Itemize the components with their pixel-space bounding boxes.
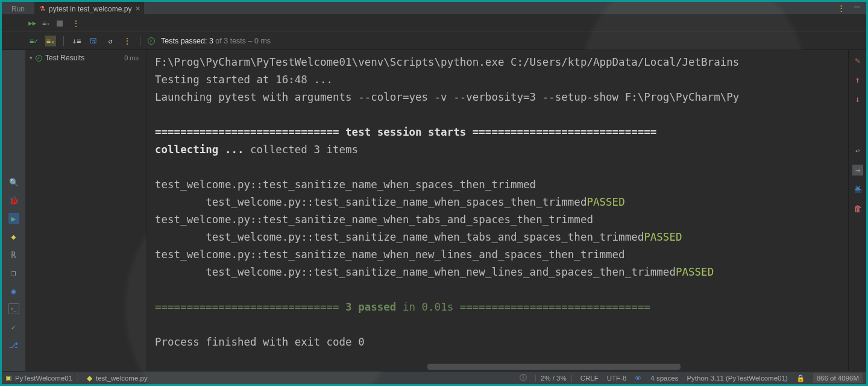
- rerun-button[interactable]: ▶▶: [28, 19, 36, 27]
- tab-strip: Run ⚗ pytest in test_welcome.py ✕ ⋮ —: [2, 2, 866, 15]
- tool-options-button[interactable]: ⋮: [837, 4, 846, 13]
- export-button[interactable]: 🖫: [88, 36, 99, 46]
- indexing-progress[interactable]: 2% / 3%: [535, 375, 572, 382]
- print-button[interactable]: 🖶: [852, 184, 863, 195]
- flask-icon: ⚗: [39, 5, 45, 13]
- passed-icon: ✓: [36, 55, 42, 62]
- file-encoding[interactable]: UTF-8: [607, 375, 627, 382]
- line-separator[interactable]: CRLF: [580, 375, 599, 382]
- python-interpreter[interactable]: Python 3.11 (PyTestWelcome01): [687, 375, 787, 382]
- chevron-right-icon: 〉: [76, 373, 83, 382]
- soft-wrap-button[interactable]: ↩: [852, 145, 863, 156]
- clear-all-button[interactable]: 🗑: [852, 203, 863, 214]
- problems-button[interactable]: ✓: [8, 321, 19, 332]
- tree-root-row[interactable]: ▾ ✓ Test Results 0 ms: [26, 52, 146, 63]
- python-file-icon: ◆: [87, 374, 92, 382]
- collapse-icon[interactable]: ▾: [30, 55, 33, 61]
- stop-button[interactable]: [57, 21, 63, 27]
- terminal-button[interactable]: >_: [8, 303, 19, 314]
- tab-title: pytest in test_welcome.py: [49, 5, 131, 13]
- left-tool-strip: 🔍 🐞 ▶ ◆ ℝ ❐ ◉ >_ ✓ ⎇: [2, 50, 26, 371]
- breadcrumb[interactable]: ▣ PyTestWelcome01 〉 ◆ test_welcome.py: [5, 373, 148, 382]
- breadcrumb-file: test_welcome.py: [96, 375, 148, 382]
- test-filter-toolbar: ≡✓ ≡ₓ ↓≡ 🖫 ↺ ⋮ ✓ Tests passed: 3 of 3 te…: [2, 32, 866, 50]
- rerun-failed-button[interactable]: ≡ₓ: [42, 19, 50, 27]
- test-tree[interactable]: ▾ ✓ Test Results 0 ms: [26, 50, 146, 371]
- run-config-tab[interactable]: ⚗ pytest in test_welcome.py ✕: [34, 2, 144, 15]
- notifications-icon[interactable]: ⓘ: [520, 373, 527, 382]
- find-button[interactable]: 🔍: [8, 177, 19, 188]
- reader-mode-icon[interactable]: 👁: [635, 375, 642, 382]
- lock-icon[interactable]: 🔒: [796, 374, 805, 382]
- close-tab-button[interactable]: ✕: [135, 5, 140, 13]
- run-more-button[interactable]: ⋮: [72, 19, 80, 28]
- indent-setting[interactable]: 4 spaces: [650, 375, 678, 382]
- services-button[interactable]: ❐: [8, 267, 19, 278]
- show-ignored-toggle[interactable]: ≡ₓ: [45, 36, 56, 46]
- minimize-tool-button[interactable]: —: [854, 1, 860, 12]
- r-console-button[interactable]: ℝ: [8, 249, 19, 260]
- status-passed-icon: ✓: [148, 37, 155, 45]
- next-occurrence-button[interactable]: ↓: [852, 93, 863, 104]
- test-options-button[interactable]: ⋮: [122, 36, 133, 46]
- status-bar: ▣ PyTestWelcome01 〉 ◆ test_welcome.py ⓘ …: [2, 371, 866, 384]
- tree-root-label: Test Results: [45, 54, 84, 62]
- folder-icon: ▣: [5, 374, 11, 382]
- tool-window-title: Run: [2, 5, 34, 13]
- show-passed-toggle[interactable]: ≡✓: [28, 36, 39, 46]
- git-button[interactable]: ⎇: [8, 340, 19, 350]
- scroll-to-end-button[interactable]: ⇥: [852, 165, 863, 176]
- run-button[interactable]: ▶: [8, 213, 19, 224]
- breadcrumb-project: PyTestWelcome01: [15, 375, 72, 382]
- prev-occurrence-button[interactable]: ↑: [852, 74, 863, 85]
- tree-root-time: 0 ms: [124, 54, 142, 62]
- python-console-button[interactable]: ◆: [8, 231, 19, 242]
- history-button[interactable]: ↺: [105, 36, 116, 46]
- debug-button[interactable]: 🐞: [8, 195, 19, 206]
- sort-button[interactable]: ↓≡: [71, 36, 82, 46]
- console-side-toolbar: ✎ ↑ ↓ ↩ ⇥ 🖶 🗑: [848, 50, 866, 371]
- memory-indicator[interactable]: 866 of 4096M: [813, 373, 863, 383]
- test-summary: Tests passed: 3 of 3 tests – 0 ms: [161, 37, 271, 45]
- horizontal-scrollbar[interactable]: [427, 364, 681, 370]
- edit-source-button[interactable]: ✎: [852, 55, 863, 66]
- run-toolbar: ▶▶ ≡ₓ ⋮: [2, 15, 866, 32]
- plugin-blue-button[interactable]: ◉: [8, 285, 19, 296]
- console-output[interactable]: F:\Prog\PyCharm\PyTestWelcome01\venv\Scr…: [146, 50, 848, 371]
